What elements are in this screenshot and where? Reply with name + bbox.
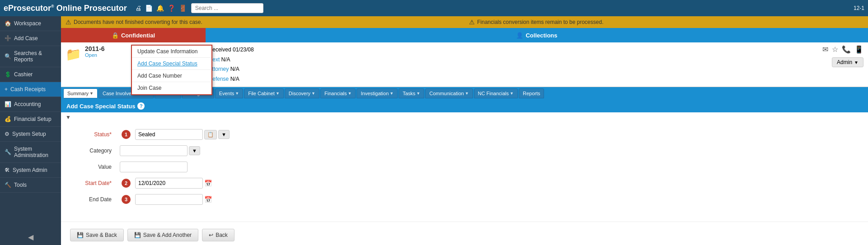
status-input[interactable] <box>135 129 203 140</box>
sidebar-item-system-admin[interactable]: 🛠 System Admin <box>0 163 61 178</box>
status-dropdown-button[interactable]: 📋 <box>204 130 217 139</box>
sidebar-item-cash-receipts[interactable]: + Cash Receipts <box>0 82 61 97</box>
value-input[interactable] <box>120 162 188 172</box>
start-date-calendar-icon[interactable]: 📅 <box>204 180 212 187</box>
sidebar-item-accounting[interactable]: 📊 Accounting <box>0 97 61 112</box>
alert-fin-icon: ⚠ <box>469 18 475 26</box>
sidebar-label-financial-setup: Financial Setup <box>14 116 52 122</box>
sidebar-label-cash-receipts: Cash Receipts <box>10 86 46 92</box>
app-registered: ® <box>51 4 54 9</box>
form-collapse-chevron[interactable]: ▼ <box>61 112 868 122</box>
start-date-required-star: * <box>109 180 112 186</box>
end-date-input[interactable] <box>135 194 203 205</box>
sidebar-item-system-setup[interactable]: ⚙ System Setup <box>0 127 61 142</box>
help-circle-icon[interactable]: ? <box>137 102 145 110</box>
tab-discovery[interactable]: Discovery ▼ <box>285 88 319 98</box>
form-section-header: Add Case Special Status ? <box>61 100 868 112</box>
form-row-value: Value <box>70 162 859 172</box>
case-defense: Defense N/A <box>209 74 254 84</box>
admin-label: Admin <box>837 59 852 65</box>
start-date-input[interactable] <box>135 178 203 189</box>
start-date-wrapper: 📅 <box>135 178 212 189</box>
events-arrow-icon: ▼ <box>235 91 239 96</box>
status-arrow-button[interactable]: ▼ <box>218 130 230 139</box>
sidebar-item-system-administration[interactable]: 🔧 System Administration <box>0 142 61 163</box>
sidebar-item-tools[interactable]: 🔨 Tools <box>0 178 61 193</box>
sidebar-item-searches-reports[interactable]: 🔍 Searches & Reports <box>0 46 61 67</box>
bell-icon[interactable]: 🔔 <box>156 5 164 12</box>
tab-confidential[interactable]: 🔒 Confidential <box>61 28 206 42</box>
context-menu-item-add-number[interactable]: Add Case Number <box>132 70 211 82</box>
case-info-row: 📁 2011-6 Open Update Case Information Ad… <box>61 42 868 87</box>
sidebar-collapse-button[interactable]: ◀ <box>0 229 61 245</box>
status-select-wrapper: 📋 ▼ <box>135 129 230 140</box>
tab-financials[interactable]: Financials ▼ <box>320 88 356 98</box>
app-subtitle: Online Prosecutor <box>54 4 127 13</box>
sidebar-label-system-setup: System Setup <box>12 131 46 137</box>
document-icon[interactable]: 📄 <box>145 5 153 12</box>
tab-nc-financials[interactable]: NC Financials ▼ <box>474 88 518 98</box>
cashier-icon: 💲 <box>5 71 11 78</box>
sidebar-item-workspace[interactable]: 🏠 Workspace <box>0 16 61 31</box>
case-open-link[interactable]: Open <box>85 52 105 58</box>
save-back-icon: 💾 <box>77 232 84 238</box>
sidebar-item-add-case[interactable]: ➕ Add Case <box>0 31 61 46</box>
nc-financials-arrow-icon: ▼ <box>510 91 514 96</box>
tab-reports[interactable]: Reports <box>519 88 544 98</box>
searches-icon: 🔍 <box>5 53 11 60</box>
print-icon[interactable]: 🖨 <box>135 5 141 12</box>
tab-communication[interactable]: Communication ▼ <box>425 88 473 98</box>
sidebar-item-financial-setup[interactable]: 💰 Financial Setup <box>0 112 61 127</box>
form-row-category: Category ▼ <box>70 145 859 156</box>
tools-icon: 🔨 <box>5 182 11 188</box>
tablet-icon[interactable]: 📱 <box>854 45 863 54</box>
end-date-calendar-icon[interactable]: 📅 <box>204 196 212 203</box>
confidential-label: Confidential <box>121 32 155 39</box>
end-date-wrapper: 📅 <box>135 194 212 205</box>
sidebar: 🏠 Workspace ➕ Add Case 🔍 Searches & Repo… <box>0 16 61 245</box>
category-arrow-button[interactable]: ▼ <box>189 146 200 155</box>
financials-arrow-icon: ▼ <box>348 91 352 96</box>
help-icon[interactable]: ❓ <box>168 5 175 12</box>
tab-tasks[interactable]: Tasks ▼ <box>399 88 424 98</box>
save-add-another-button[interactable]: 💾 Save & Add Another <box>127 229 198 241</box>
context-menu-item-update[interactable]: Update Case Information <box>132 46 211 58</box>
category-input[interactable] <box>120 145 188 156</box>
alert-bar: ⚠ Documents have not finished converting… <box>61 16 868 28</box>
context-menu-item-join-case[interactable]: Join Case <box>132 82 211 94</box>
context-menu: Update Case Information Add Case Special… <box>131 45 212 95</box>
version-label: 12-1 <box>854 5 864 11</box>
top-header: eProsecutor® Online Prosecutor 🖨 📄 🔔 ❓ 🚪… <box>0 0 868 16</box>
tab-file-cabinet[interactable]: File Cabinet ▼ <box>244 88 284 98</box>
admin-button[interactable]: Admin ▼ <box>832 57 863 67</box>
tab-investigation[interactable]: Investigation ▼ <box>357 88 398 98</box>
main-layout: 🏠 Workspace ➕ Add Case 🔍 Searches & Repo… <box>0 16 868 245</box>
case-right-icons: ✉ ☆ 📞 📱 Admin ▼ <box>822 45 863 67</box>
tab-summary[interactable]: Summary ▼ <box>63 88 98 98</box>
case-number-area: 2011-6 Open <box>85 45 105 58</box>
star-icon[interactable]: ☆ <box>832 45 838 54</box>
save-back-button[interactable]: 💾 Save & Back <box>70 229 124 241</box>
app-title-text: eProsecutor <box>4 4 51 13</box>
exit-icon[interactable]: 🚪 <box>179 5 187 12</box>
save-add-label: Save & Add Another <box>143 232 192 238</box>
form-row-end-date: End Date 3 📅 <box>70 194 859 205</box>
sidebar-label-searches: Searches & Reports <box>14 50 56 63</box>
context-menu-item-add-special-status[interactable]: Add Case Special Status <box>132 58 211 70</box>
sidebar-label-accounting: Accounting <box>14 101 41 107</box>
tab-events[interactable]: Events ▼ <box>215 88 244 98</box>
investigation-arrow-icon: ▼ <box>389 91 394 96</box>
back-button[interactable]: ↩ Back <box>202 229 235 241</box>
phone-icon[interactable]: 📞 <box>842 45 851 54</box>
email-icon[interactable]: ✉ <box>822 45 828 54</box>
case-received: Received 01/23/08 <box>209 45 254 55</box>
tab-collections[interactable]: 👤 Collections <box>206 28 868 42</box>
folder-icon: 📁 <box>66 47 81 62</box>
search-input[interactable] <box>191 3 263 13</box>
status-required-star: * <box>109 131 112 138</box>
sidebar-item-cashier[interactable]: 💲 Cashier <box>0 67 61 82</box>
system-setup-icon: ⚙ <box>5 131 9 137</box>
main-content: ⚠ Documents have not finished converting… <box>61 16 868 245</box>
collections-label: Collections <box>525 32 557 39</box>
case-header-bar: 🔒 Confidential 👤 Collections <box>61 28 868 42</box>
